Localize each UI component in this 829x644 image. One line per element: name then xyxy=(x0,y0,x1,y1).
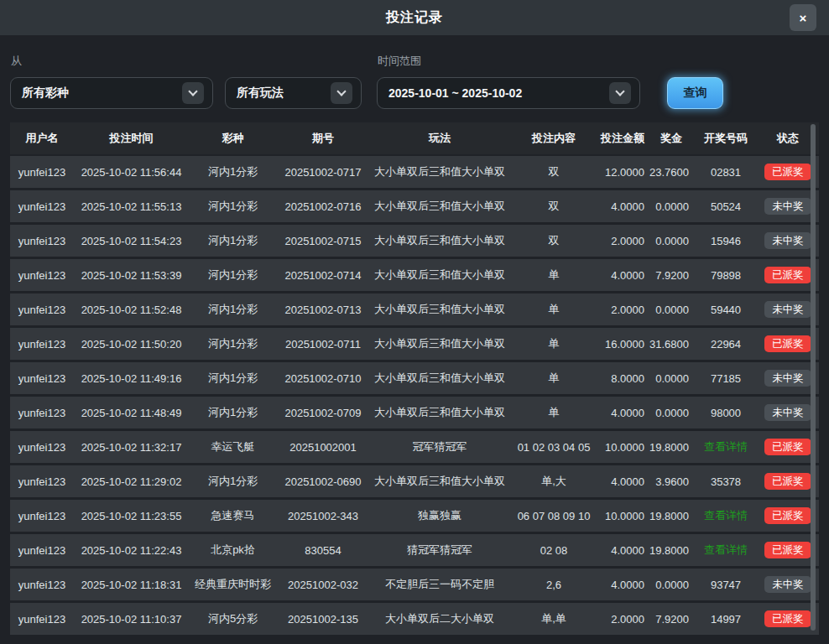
cell-username: yunfei123 xyxy=(10,431,74,463)
cell-username: yunfei123 xyxy=(10,534,74,566)
cell-issue: 20251002-0711 xyxy=(277,328,369,360)
view-details-link[interactable]: 查看详情 xyxy=(695,534,757,566)
column-header: 奖金 xyxy=(648,122,695,154)
cell-bet-amount: 2.0000 xyxy=(597,603,648,635)
cell-bet-amount: 4.0000 xyxy=(597,534,648,566)
cell-bet-content: 01 02 03 04 05 xyxy=(510,431,597,463)
cell-draw-numbers: 59440 xyxy=(695,293,757,325)
cell-status: 未中奖 xyxy=(757,569,819,600)
cell-bet-amount: 10.0000 xyxy=(597,500,648,532)
cell-status: 未中奖 xyxy=(757,225,819,257)
cell-username: yunfei123 xyxy=(10,293,74,325)
cell-issue: 20251002-032 xyxy=(277,569,369,600)
cell-bet-content: 06 07 08 09 10 xyxy=(510,500,597,532)
table-row: yunfei123 2025-10-02 11:53:39 河内1分彩 2025… xyxy=(10,259,819,291)
cell-issue: 20251002-0714 xyxy=(277,259,369,291)
cell-lottery: 北京pk拾 xyxy=(189,534,277,566)
cell-bet-amount: 16.0000 xyxy=(597,328,648,360)
cell-issue: 20251002-0715 xyxy=(277,225,369,257)
cell-bet-amount: 2.0000 xyxy=(597,293,648,325)
cell-play: 大小单双后三和值大小单双 xyxy=(369,362,510,394)
cell-bet-time: 2025-10-02 11:23:55 xyxy=(74,500,189,532)
cell-status: 已派奖 xyxy=(757,328,819,360)
table-scrollbar[interactable] xyxy=(811,124,816,631)
status-badge: 已派奖 xyxy=(764,542,811,559)
cell-play: 不定胆后三一码不定胆 xyxy=(369,569,510,600)
cell-status: 未中奖 xyxy=(757,362,819,394)
column-header: 期号 xyxy=(277,122,369,154)
cell-prize: 0.0000 xyxy=(648,569,695,600)
lottery-type-select[interactable]: 所有彩种 xyxy=(10,77,213,109)
status-badge: 未中奖 xyxy=(764,301,811,319)
cell-username: yunfei123 xyxy=(10,397,74,428)
cell-bet-time: 2025-10-02 11:18:31 xyxy=(74,569,189,600)
status-badge: 已派奖 xyxy=(764,164,811,181)
play-type-select[interactable]: 所有玩法 xyxy=(225,77,362,109)
cell-bet-time: 2025-10-02 11:49:16 xyxy=(74,362,189,394)
cell-status: 未中奖 xyxy=(757,190,819,222)
cell-draw-numbers: 02831 xyxy=(695,156,757,188)
cell-status: 已派奖 xyxy=(757,534,819,566)
cell-status: 已派奖 xyxy=(757,465,819,497)
cell-prize: 7.9200 xyxy=(648,603,695,635)
cell-play: 独赢独赢 xyxy=(369,500,510,532)
cell-play: 猜冠军猜冠军 xyxy=(369,534,510,566)
cell-bet-content: 单 xyxy=(510,328,597,360)
cell-play: 大小单双后三和值大小单双 xyxy=(369,397,510,428)
date-range-select[interactable]: 2025-10-01 ~ 2025-10-02 xyxy=(377,77,640,109)
cell-lottery: 急速赛马 xyxy=(189,500,277,532)
view-details-link[interactable]: 查看详情 xyxy=(695,500,757,532)
cell-lottery: 河内1分彩 xyxy=(189,465,277,497)
modal-titlebar: 投注记录 × xyxy=(0,0,829,35)
cell-bet-content: 双 xyxy=(510,190,597,222)
cell-bet-amount: 4.0000 xyxy=(597,259,648,291)
table-row: yunfei123 2025-10-02 11:23:55 急速赛马 20251… xyxy=(10,500,819,532)
bet-records-table: 用户名投注时间彩种期号玩法投注内容投注金额奖金开奖号码状态 yunfei123 … xyxy=(10,122,819,637)
cell-bet-content: 2,6 xyxy=(510,569,597,600)
query-button[interactable]: 查询 xyxy=(667,77,723,109)
cell-issue: 20251002-135 xyxy=(277,603,369,635)
play-type-value: 所有玩法 xyxy=(237,86,324,101)
time-range-label: 时间范围 xyxy=(378,54,421,69)
cell-prize: 0.0000 xyxy=(648,362,695,394)
cell-issue: 20251002-0690 xyxy=(277,465,369,497)
table-row: yunfei123 2025-10-02 11:32:17 幸运飞艇 20251… xyxy=(10,431,819,463)
cell-username: yunfei123 xyxy=(10,603,74,635)
cell-lottery: 河内1分彩 xyxy=(189,225,277,257)
cell-bet-amount: 8.0000 xyxy=(597,362,648,394)
status-badge: 已派奖 xyxy=(764,610,811,628)
cell-draw-numbers: 15946 xyxy=(695,225,757,257)
cell-issue: 20251002-0713 xyxy=(277,293,369,325)
cell-prize: 19.8000 xyxy=(648,431,695,463)
status-badge: 已派奖 xyxy=(764,267,811,284)
status-badge: 未中奖 xyxy=(764,232,811,250)
cell-bet-amount: 4.0000 xyxy=(597,397,648,428)
cell-bet-content: 单,大 xyxy=(510,465,597,497)
status-badge: 未中奖 xyxy=(764,576,811,594)
column-header: 投注内容 xyxy=(510,122,597,154)
cell-username: yunfei123 xyxy=(10,156,74,188)
cell-bet-amount: 12.0000 xyxy=(597,156,648,188)
cell-draw-numbers: 22964 xyxy=(695,328,757,360)
cell-issue: 20251002-0710 xyxy=(277,362,369,394)
close-button[interactable]: × xyxy=(790,4,816,31)
table-row: yunfei123 2025-10-02 11:50:20 河内1分彩 2025… xyxy=(10,328,819,360)
cell-lottery: 经典重庆时时彩 xyxy=(189,569,277,600)
column-header: 状态 xyxy=(757,122,819,154)
cell-status: 已派奖 xyxy=(757,259,819,291)
table-row: yunfei123 2025-10-02 11:49:16 河内1分彩 2025… xyxy=(10,362,819,394)
cell-prize: 23.7600 xyxy=(648,156,695,188)
table-row: yunfei123 2025-10-02 11:18:31 经典重庆时时彩 20… xyxy=(10,569,819,600)
cell-lottery: 幸运飞艇 xyxy=(189,431,277,463)
cell-bet-content: 单 xyxy=(510,362,597,394)
cell-bet-amount: 4.0000 xyxy=(597,569,648,600)
status-badge: 未中奖 xyxy=(764,198,811,216)
cell-issue: 830554 xyxy=(277,534,369,566)
cell-play: 大小单双后二大小单双 xyxy=(369,603,510,635)
cell-lottery: 河内1分彩 xyxy=(189,362,277,394)
cell-play: 冠军猜冠军 xyxy=(369,431,510,463)
view-details-link[interactable]: 查看详情 xyxy=(695,431,757,463)
cell-draw-numbers: 93747 xyxy=(695,569,757,600)
modal-title: 投注记录 xyxy=(386,9,443,27)
cell-play: 大小单双后三和值大小单双 xyxy=(369,465,510,497)
